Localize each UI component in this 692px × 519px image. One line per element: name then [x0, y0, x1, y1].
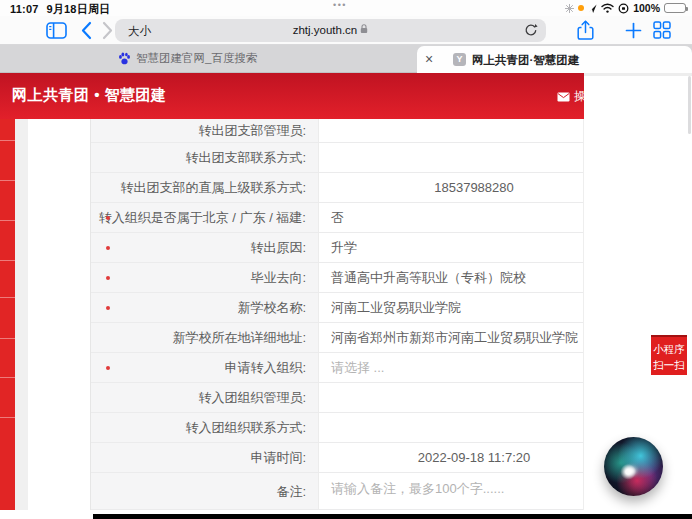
row-value: 普通高中升高等职业（专科）院校 [319, 263, 583, 292]
tab-title: 智慧团建官网_百度搜索 [136, 51, 257, 66]
baidu-favicon [118, 52, 131, 65]
row-value [319, 143, 583, 172]
left-nav-gutter [15, 119, 28, 510]
row-label-text: 新学校所在地详细地址: [172, 330, 306, 345]
status-time: 11:07 [10, 3, 39, 15]
row-label: 备注: [91, 473, 319, 509]
lock-icon [360, 24, 368, 34]
row-value: 18537988280 [319, 173, 583, 202]
form-row: 备注:请输入备注，最多100个字...... [91, 473, 583, 510]
form-row: 转出团支部联系方式: [91, 143, 583, 173]
zhtj-favicon: Y [453, 53, 466, 66]
row-value: 2022-09-18 11:7:20 [319, 443, 583, 472]
row-label-text: 备注: [276, 484, 306, 499]
siri-orb-core [626, 467, 636, 475]
row-value: 河南省郑州市新郑市河南工业贸易职业学院 [319, 323, 583, 352]
snowflake-icon [565, 4, 574, 13]
row-label: 新学校名称: [91, 293, 319, 322]
sidebar-toggle-button[interactable] [44, 16, 68, 44]
form-row: 新学校所在地详细地址:河南省郑州市新郑市河南工业贸易职业学院 [91, 323, 583, 353]
row-label: 转入组织是否属于北京 / 广东 / 福建: [91, 203, 319, 232]
remarks-textarea[interactable]: 请输入备注，最多100个字...... [319, 473, 583, 509]
row-label: 转出团支部管理员: [91, 119, 319, 142]
mail-icon [557, 92, 570, 102]
form-row: 申请时间:2022-09-18 11:7:20 [91, 443, 583, 473]
row-label: 申请时间: [91, 443, 319, 472]
nav-item-divider [0, 338, 15, 339]
form-row: 毕业去向:普通高中升高等职业（专科）院校 [91, 263, 583, 293]
select-field[interactable]: 请选择 ... [319, 353, 583, 382]
scrollbar-thumb[interactable] [688, 76, 691, 134]
form-row: 申请转入组织:请选择 ... [91, 353, 583, 383]
multitasking-dots-icon[interactable]: ••• [333, 0, 347, 10]
row-label-text: 申请时间: [250, 450, 306, 465]
wifi-icon [601, 3, 614, 13]
row-value: 升学 [319, 233, 583, 262]
status-date: 9月18日周日 [47, 3, 111, 15]
forward-button[interactable] [100, 16, 116, 44]
new-tab-button[interactable] [623, 16, 643, 44]
badge-line2: 扫一扫 [651, 357, 687, 373]
status-icons: 100% [565, 1, 686, 15]
row-label: 转出团支部联系方式: [91, 143, 319, 172]
battery-icon [664, 3, 686, 14]
nav-item-divider [0, 297, 15, 298]
row-label-text: 转出团支部管理员: [198, 123, 306, 138]
reload-button[interactable] [524, 23, 538, 37]
form-row: 转入组织是否属于北京 / 广东 / 福建:否 [91, 203, 583, 233]
row-label: 转入团组织联系方式: [91, 413, 319, 442]
battery-percent: 100% [633, 2, 660, 14]
row-label: 毕业去向: [91, 263, 319, 292]
form-row: 转入团组织联系方式: [91, 413, 583, 443]
siri-orb[interactable] [604, 437, 663, 496]
nav-item-divider [0, 140, 15, 141]
back-button[interactable] [78, 16, 94, 44]
nav-item-divider [0, 260, 15, 261]
close-tab-icon[interactable]: × [425, 50, 433, 68]
row-label-text: 转入团组织联系方式: [185, 420, 306, 435]
site-title: 网上共青团 • 智慧团建 [12, 86, 167, 105]
ipad-screen: 11:079月18日周日 ••• 100% 大小 zhtj.youth.cn 智… [0, 0, 692, 519]
left-nav-strip[interactable] [0, 119, 15, 510]
row-value [319, 413, 583, 442]
microphone-in-use-icon [578, 5, 584, 11]
form-row: 转出团支部管理员: [91, 119, 583, 143]
page-bottom-bar [93, 514, 692, 519]
row-label-text: 转出原因: [250, 240, 306, 255]
clock-and-date: 11:079月18日周日 [10, 2, 110, 17]
row-value: 否 [319, 203, 583, 232]
location-arrow-icon [588, 4, 597, 13]
mini-program-scan-badge[interactable]: 小程序 扫一扫 [651, 335, 687, 375]
row-label-text: 申请转入组织: [224, 360, 306, 375]
header-action[interactable]: 操作 [557, 88, 584, 105]
row-label: 转入团组织管理员: [91, 383, 319, 412]
row-value [319, 119, 583, 142]
safari-toolbar: 大小 zhtj.youth.cn [0, 16, 692, 45]
form-row: 新学校名称:河南工业贸易职业学院 [91, 293, 583, 323]
tabbar-shadow [584, 73, 692, 76]
tab-title: 网上共青团·智慧团建 [472, 53, 579, 68]
row-value [319, 383, 583, 412]
form-row: 转出团支部的直属上级联系方式:18537988280 [91, 173, 583, 203]
header-action-label: 操作 [574, 88, 584, 105]
tab-zhtj-active[interactable]: × Y 网上共青团·智慧团建 [417, 46, 692, 73]
required-dot-icon [106, 216, 110, 220]
row-label-text: 转出团支部的直属上级联系方式: [120, 180, 306, 195]
rotation-lock-icon [618, 3, 629, 14]
row-label: 申请转入组织: [91, 353, 319, 382]
nav-item-divider [0, 180, 15, 181]
nav-item-divider [0, 417, 15, 418]
row-label-text: 转入团组织管理员: [198, 390, 306, 405]
status-bar: 11:079月18日周日 ••• 100% [0, 0, 692, 16]
row-label: 转出团支部的直属上级联系方式: [91, 173, 319, 202]
transfer-form-table: 转出团支部管理员:转出团支部联系方式:转出团支部的直属上级联系方式:185379… [90, 119, 584, 510]
required-dot-icon [106, 276, 110, 280]
row-label-text: 转入组织是否属于北京 / 广东 / 福建: [99, 210, 306, 225]
form-row: 转入团组织管理员: [91, 383, 583, 413]
share-button[interactable] [574, 16, 596, 44]
tab-baidu-search[interactable]: 智慧团建官网_百度搜索 [118, 45, 257, 72]
tab-overview-button[interactable] [651, 16, 673, 44]
address-bar[interactable]: 大小 zhtj.youth.cn [115, 19, 546, 42]
form-row: 转出原因:升学 [91, 233, 583, 263]
badge-line1: 小程序 [651, 341, 687, 357]
